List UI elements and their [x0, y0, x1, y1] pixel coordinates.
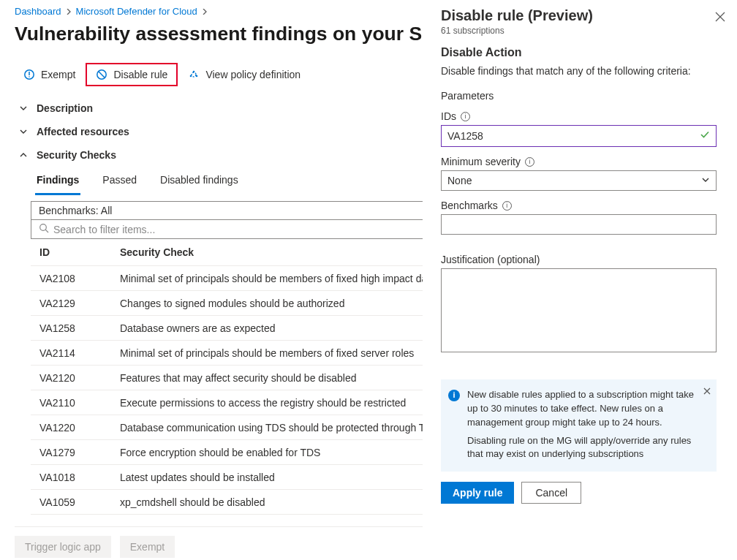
exempt-footer-button: Exempt — [120, 536, 175, 558]
view-policy-button[interactable]: View policy definition — [179, 64, 309, 85]
min-severity-value: None — [447, 175, 472, 186]
search-placeholder: Search to filter items... — [53, 224, 155, 235]
policy-icon — [188, 69, 200, 80]
view-policy-label: View policy definition — [205, 69, 301, 80]
apply-rule-button[interactable]: Apply rule — [441, 482, 514, 504]
info-banner: i New disable rules applied to a subscri… — [441, 379, 717, 472]
svg-point-4 — [192, 72, 196, 77]
tab-findings[interactable]: Findings — [35, 170, 80, 195]
close-icon[interactable] — [703, 385, 711, 399]
checkmark-icon — [700, 129, 710, 143]
chevron-right-icon — [202, 6, 208, 17]
panel-subscriptions: 61 subscriptions — [441, 26, 717, 36]
justification-label: Justification (optional) — [441, 254, 540, 265]
chevron-right-icon — [66, 6, 72, 17]
chevron-up-icon — [19, 151, 28, 159]
breadcrumb-dashboard[interactable]: Dashboard — [15, 6, 61, 17]
chevron-down-icon — [701, 175, 710, 186]
exempt-label: Exempt — [41, 69, 75, 80]
exempt-button[interactable]: Exempt — [15, 64, 84, 85]
min-severity-select[interactable]: None — [441, 170, 717, 191]
chevron-down-icon — [19, 104, 28, 113]
info-icon[interactable]: i — [525, 157, 534, 167]
trigger-logic-app-button: Trigger logic app — [15, 536, 111, 558]
parameters-label: Parameters — [441, 90, 717, 102]
cell-id: VA1279 — [31, 440, 111, 465]
panel-action-heading: Disable Action — [441, 46, 717, 59]
info-icon[interactable]: i — [461, 112, 470, 121]
svg-point-5 — [193, 71, 195, 73]
tab-passed[interactable]: Passed — [101, 170, 138, 195]
info-text-1: New disable rules applied to a subscript… — [467, 388, 696, 430]
svg-line-3 — [99, 72, 105, 77]
cell-id: VA2108 — [31, 266, 111, 291]
ids-label: IDs — [441, 110, 456, 122]
svg-point-6 — [196, 75, 198, 77]
disable-rule-label: Disable rule — [113, 69, 167, 80]
exempt-icon — [23, 69, 35, 80]
cell-id: VA1059 — [31, 490, 111, 515]
ids-input[interactable]: VA1258 — [441, 125, 717, 147]
col-id[interactable]: ID — [31, 239, 111, 266]
min-severity-label: Minimum severity — [441, 156, 521, 167]
section-affected-label: Affected resources — [37, 126, 129, 137]
panel-action-desc: Disable findings that match any of the f… — [441, 65, 717, 77]
chevron-down-icon — [19, 127, 28, 136]
disable-icon — [96, 69, 107, 80]
cell-id: VA1220 — [31, 415, 111, 440]
disable-rule-button[interactable]: Disable rule — [86, 63, 178, 86]
justification-textarea[interactable] — [441, 268, 717, 352]
info-icon[interactable]: i — [502, 201, 512, 211]
cell-id: VA2110 — [31, 390, 111, 415]
breadcrumb-defender[interactable]: Microsoft Defender for Cloud — [76, 6, 197, 17]
section-security-checks-label: Security Checks — [37, 149, 116, 161]
svg-point-8 — [40, 224, 47, 231]
svg-point-7 — [190, 75, 192, 77]
cell-id: VA1258 — [31, 316, 111, 341]
ids-value: VA1258 — [447, 130, 483, 142]
panel-title: Disable rule (Preview) — [441, 7, 717, 24]
svg-point-1 — [29, 76, 30, 77]
benchmarks-label: Benchmarks — [441, 200, 498, 211]
cancel-button[interactable]: Cancel — [521, 482, 581, 504]
info-text-2: Disabling rule on the MG will apply/over… — [467, 434, 696, 462]
info-icon: i — [448, 390, 460, 401]
search-icon — [39, 223, 49, 235]
svg-line-9 — [45, 230, 48, 232]
cell-id: VA2120 — [31, 366, 111, 390]
section-description-label: Description — [37, 102, 93, 114]
cell-id: VA2114 — [31, 341, 111, 366]
benchmarks-input[interactable] — [441, 214, 717, 235]
tab-disabled[interactable]: Disabled findings — [159, 170, 240, 195]
close-icon[interactable] — [715, 10, 725, 26]
disable-rule-panel: Disable rule (Preview) 61 subscriptions … — [423, 0, 737, 560]
cell-id: VA1018 — [31, 465, 111, 490]
cell-id: VA2129 — [31, 291, 111, 316]
